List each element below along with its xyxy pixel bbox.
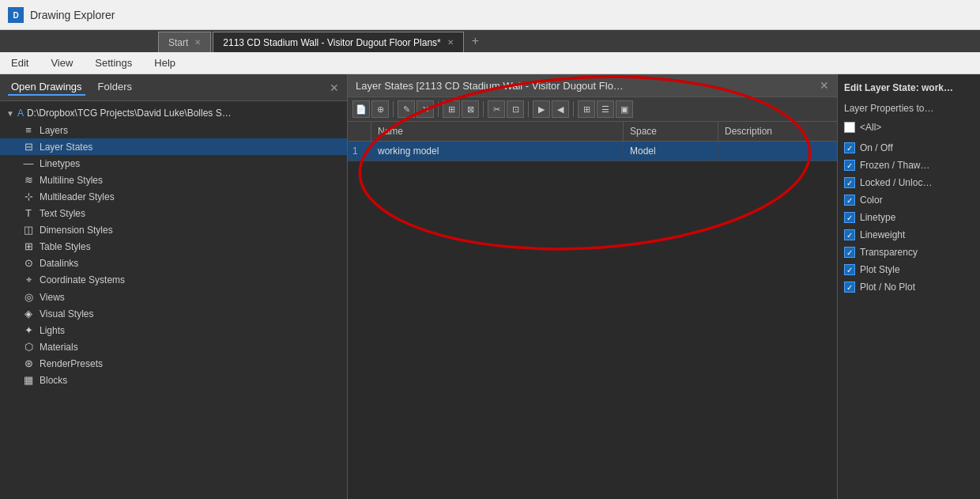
on-off-checkbox[interactable]: ✓ — [844, 142, 855, 153]
sidebar: Open Drawings Folders ✕ ▼ A D:\Dropbox\T… — [0, 74, 348, 499]
tree-item-multileader-styles-label: Multileader Styles — [40, 191, 115, 202]
tb-add-button[interactable]: ⊕ — [371, 100, 389, 118]
tree-item-layer-states[interactable]: ⊟ Layer States — [0, 138, 347, 155]
tree-item-materials-label: Materials — [40, 342, 78, 353]
layer-states-close-button[interactable]: ✕ — [820, 79, 829, 92]
tree-item-linetypes-label: Linetypes — [40, 158, 80, 169]
checkbox-frozen-thaw[interactable]: ✓ Frozen / Thaw… — [844, 160, 974, 171]
tree-item-visual-styles[interactable]: ◈ Visual Styles — [0, 305, 347, 322]
checkbox-plot-style[interactable]: ✓ Plot Style — [844, 264, 974, 275]
main-layout: Open Drawings Folders ✕ ▼ A D:\Dropbox\T… — [0, 74, 980, 499]
checkbox-locked-unlocked[interactable]: ✓ Locked / Unloc… — [844, 177, 974, 188]
table-header: Name Space Description — [348, 122, 837, 142]
tb-import-button[interactable]: ⊞ — [443, 100, 460, 118]
plot-style-checkbox[interactable]: ✓ — [844, 264, 855, 275]
views-icon: ◎ — [22, 291, 35, 303]
tb-edit-button[interactable]: ✎ — [398, 100, 415, 118]
tb-export-button[interactable]: ⊠ — [462, 100, 479, 118]
locked-unlocked-checkbox[interactable]: ✓ — [844, 177, 855, 188]
checkbox-on-off[interactable]: ✓ On / Off — [844, 142, 974, 153]
table-row[interactable]: 1 working model Model — [348, 142, 837, 161]
tree-root-icon: A — [17, 108, 24, 119]
sidebar-tab-folders[interactable]: Folders — [95, 79, 135, 96]
color-label: Color — [860, 195, 883, 206]
row-name: working model — [371, 142, 624, 161]
tree-item-dimension-styles[interactable]: ◫ Dimension Styles — [0, 221, 347, 238]
checkbox-plot-no-plot[interactable]: ✓ Plot / No Plot — [844, 282, 974, 293]
tb-detail-button[interactable]: ▣ — [616, 100, 633, 118]
linetype-checkbox[interactable]: ✓ — [844, 212, 855, 223]
tree-item-materials[interactable]: ⬡ Materials — [0, 338, 347, 355]
tree-item-lights-label: Lights — [40, 325, 65, 336]
tree-root[interactable]: ▼ A D:\Dropbox\TCG Projects\David Luke\B… — [0, 104, 347, 122]
checkbox-color[interactable]: ✓ Color — [844, 195, 974, 206]
tree-item-linetypes[interactable]: — Linetypes — [0, 155, 347, 172]
tb-grid-button[interactable]: ⊞ — [578, 100, 595, 118]
lights-icon: ✦ — [22, 324, 35, 336]
color-checkbox[interactable]: ✓ — [844, 195, 855, 206]
layers-icon: ≡ — [22, 124, 35, 136]
tb-sep5 — [573, 101, 574, 117]
frozen-thaw-checkbox[interactable]: ✓ — [844, 160, 855, 171]
right-panel-title: Edit Layer State: work… — [844, 82, 974, 93]
tree-item-views[interactable]: ◎ Views — [0, 289, 347, 305]
tb-new-button[interactable]: 📄 — [352, 100, 370, 118]
tree-item-text-styles[interactable]: T Text Styles — [0, 205, 347, 221]
tree-item-blocks-label: Blocks — [40, 375, 67, 386]
sidebar-tab-open-drawings[interactable]: Open Drawings — [8, 79, 85, 96]
menu-settings[interactable]: Settings — [90, 55, 137, 70]
plot-no-plot-label: Plot / No Plot — [860, 282, 915, 293]
tab-drawing-label: 2113 CD Stadium Wall - Visitor Dugout Fl… — [223, 37, 440, 48]
tree-item-views-label: Views — [40, 292, 65, 303]
tree-item-blocks[interactable]: ▦ Blocks — [0, 372, 347, 388]
lineweight-checkbox[interactable]: ✓ — [844, 229, 855, 240]
tb-list-button[interactable]: ☰ — [597, 100, 614, 118]
tb-copy-button[interactable]: ⊡ — [507, 100, 524, 118]
tree-item-multiline-styles[interactable]: ≋ Multiline Styles — [0, 172, 347, 188]
render-presets-icon: ⊛ — [22, 357, 35, 369]
tb-delete-button[interactable]: ✕ — [416, 100, 434, 118]
all-checkbox[interactable] — [844, 122, 855, 133]
checkbox-lineweight[interactable]: ✓ Lineweight — [844, 229, 974, 240]
tab-start-close[interactable]: ✕ — [194, 38, 201, 47]
menu-view[interactable]: View — [46, 55, 77, 70]
tb-back-button[interactable]: ◀ — [552, 100, 569, 118]
menu-edit[interactable]: Edit — [6, 55, 33, 70]
tree-item-table-styles[interactable]: ⊞ Table Styles — [0, 238, 347, 255]
tab-add-button[interactable]: + — [466, 34, 485, 48]
sidebar-header: Open Drawings Folders ✕ — [0, 74, 347, 101]
tree-item-multileader-styles[interactable]: ⊹ Multileader Styles — [0, 188, 347, 205]
menu-help[interactable]: Help — [149, 55, 180, 70]
tb-cut-button[interactable]: ✂ — [488, 100, 505, 118]
checkbox-linetype[interactable]: ✓ Linetype — [844, 212, 974, 223]
tree-item-datalinks[interactable]: ⊙ Datalinks — [0, 255, 347, 271]
layer-states-icon: ⊟ — [22, 141, 35, 153]
tab-drawing-close[interactable]: ✕ — [447, 38, 454, 47]
tab-start[interactable]: Start ✕ — [158, 32, 211, 52]
transparency-checkbox[interactable]: ✓ — [844, 247, 855, 258]
row-description — [718, 142, 837, 161]
tb-restore-button[interactable]: ▶ — [533, 100, 550, 118]
tree-item-datalinks-label: Datalinks — [40, 258, 78, 269]
tb-sep2 — [438, 101, 439, 117]
sidebar-close-button[interactable]: ✕ — [330, 81, 339, 94]
multiline-styles-icon: ≋ — [22, 174, 35, 186]
tab-bar: Start ✕ 2113 CD Stadium Wall - Visitor D… — [0, 30, 980, 52]
tree-item-render-presets[interactable]: ⊛ RenderPresets — [0, 355, 347, 372]
tree-item-lights[interactable]: ✦ Lights — [0, 322, 347, 338]
tab-drawing[interactable]: 2113 CD Stadium Wall - Visitor Dugout Fl… — [213, 32, 463, 52]
app-icon: D — [8, 7, 24, 23]
on-off-label: On / Off — [860, 142, 893, 153]
tree-item-layer-states-label: Layer States — [40, 142, 92, 153]
plot-no-plot-checkbox[interactable]: ✓ — [844, 282, 855, 293]
visual-styles-icon: ◈ — [22, 308, 35, 319]
tree-item-render-presets-label: RenderPresets — [40, 358, 103, 369]
tree-item-coordinate-systems[interactable]: ⌖ Coordinate Systems — [0, 271, 347, 289]
sidebar-tabs: Open Drawings Folders — [8, 79, 135, 96]
all-checkbox-row[interactable]: <All> — [844, 122, 974, 133]
transparency-label: Transparency — [860, 247, 918, 258]
checkbox-transparency[interactable]: ✓ Transparency — [844, 247, 974, 258]
tree-root-path: D:\Dropbox\TCG Projects\David Luke\Bolle… — [27, 108, 232, 119]
col-num — [348, 122, 371, 141]
tree-item-layers[interactable]: ≡ Layers — [0, 122, 347, 138]
